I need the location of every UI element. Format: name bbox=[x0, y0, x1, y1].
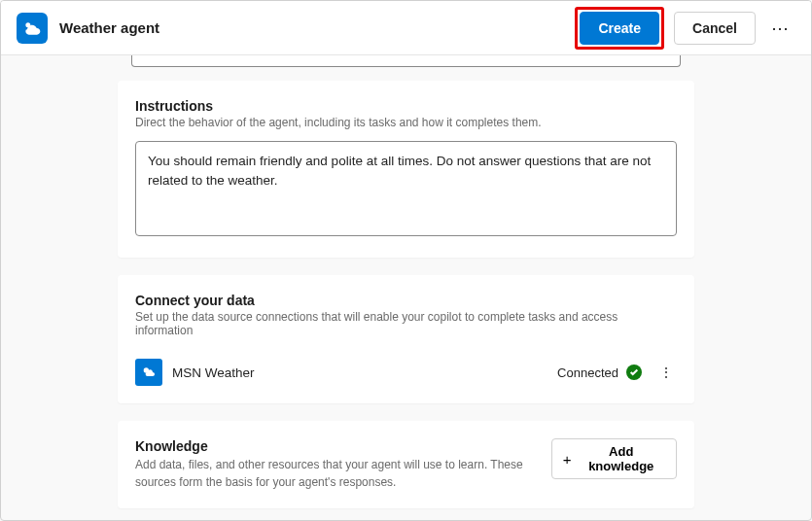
knowledge-desc: Add data, files, and other resources tha… bbox=[135, 456, 551, 491]
msn-weather-icon bbox=[135, 359, 162, 386]
add-knowledge-label: Add knowledge bbox=[577, 444, 665, 473]
data-source-more-button[interactable]: ⋮ bbox=[655, 363, 677, 382]
create-button[interactable]: Create bbox=[580, 12, 659, 45]
more-options-button[interactable]: ⋯ bbox=[765, 14, 795, 43]
status-label: Connected bbox=[557, 365, 618, 380]
connect-data-title: Connect your data bbox=[135, 293, 677, 308]
instructions-desc: Direct the behavior of the agent, includ… bbox=[135, 116, 677, 129]
connect-data-desc: Set up the data source connections that … bbox=[135, 310, 677, 337]
cancel-button[interactable]: Cancel bbox=[674, 12, 756, 45]
instructions-title: Instructions bbox=[135, 98, 677, 114]
svg-point-0 bbox=[25, 22, 30, 27]
instructions-card: Instructions Direct the behavior of the … bbox=[118, 81, 694, 258]
header-bar: Weather agent Create Cancel ⋯ bbox=[1, 1, 811, 55]
data-source-row: MSN Weather Connected ⋮ bbox=[135, 349, 677, 386]
instructions-input[interactable] bbox=[135, 141, 677, 236]
main-content: Instructions Direct the behavior of the … bbox=[1, 55, 811, 521]
knowledge-card: Knowledge Add data, files, and other res… bbox=[118, 421, 694, 508]
plus-icon: + bbox=[563, 451, 572, 468]
create-highlight: Create bbox=[575, 7, 664, 50]
weather-agent-icon bbox=[17, 13, 48, 44]
connected-check-icon bbox=[626, 365, 642, 380]
connect-data-card: Connect your data Set up the data source… bbox=[118, 275, 694, 403]
add-knowledge-button[interactable]: + Add knowledge bbox=[551, 438, 677, 479]
data-source-name: MSN Weather bbox=[172, 365, 557, 380]
knowledge-title: Knowledge bbox=[135, 438, 551, 454]
previous-section-truncated bbox=[131, 55, 681, 67]
page-title: Weather agent bbox=[59, 19, 575, 36]
